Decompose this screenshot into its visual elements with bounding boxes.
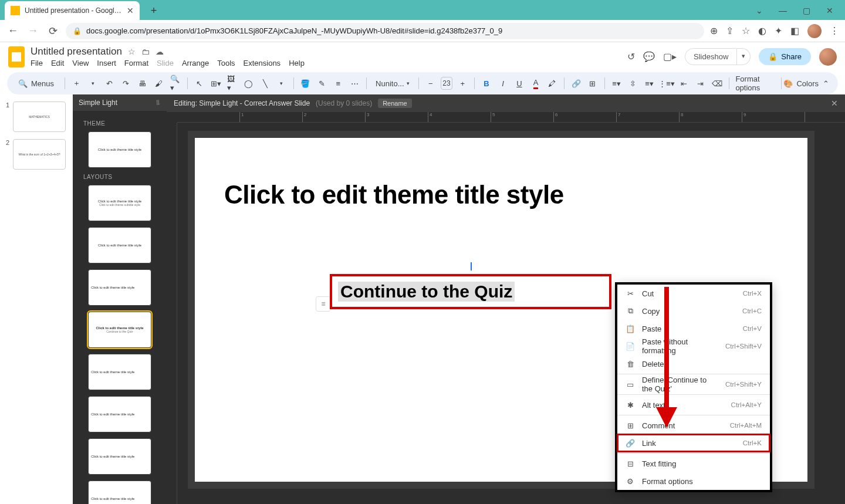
account-avatar[interactable]	[819, 48, 837, 66]
ctx-link[interactable]: 🔗 LinkCtrl+K	[617, 434, 770, 452]
minimize-icon[interactable]: —	[778, 6, 787, 15]
drag-handle-icon[interactable]: ≡	[316, 296, 331, 312]
maximize-icon[interactable]: ▢	[802, 6, 811, 15]
selected-text[interactable]: Continue to the Quiz	[338, 282, 515, 302]
document-title[interactable]: Untitled presentation	[31, 46, 122, 57]
menu-edit[interactable]: Edit	[51, 59, 64, 67]
share-url-icon[interactable]: ⇪	[726, 25, 734, 36]
close-theme-editor-icon[interactable]: ✕	[831, 99, 838, 108]
slideshow-button[interactable]: Slideshow	[685, 48, 737, 65]
forward-button[interactable]: →	[26, 24, 40, 38]
textbox-tool[interactable]: ⊞▾	[209, 76, 222, 91]
menu-view[interactable]: View	[72, 59, 89, 67]
layout-thumb[interactable]: Click to edit theme title style	[88, 438, 151, 475]
align-button[interactable]: ≡▾	[610, 76, 623, 91]
slide-thumb-2[interactable]: What is the sum of 1+2+3+4+5?	[13, 139, 66, 170]
cloud-status-icon[interactable]: ☁	[156, 47, 164, 56]
new-slide-caret[interactable]: ▾	[87, 76, 100, 91]
ctx-alt-text[interactable]: ✱ Alt textCtrl+Alt+Y	[617, 396, 770, 414]
zoom-button[interactable]: 🔍▾	[169, 76, 182, 91]
layout-thumb[interactable]: Click to edit theme title style	[88, 396, 151, 432]
rename-button[interactable]: Rename	[378, 99, 412, 108]
zoom-icon[interactable]: ⊕	[710, 25, 718, 36]
highlight-button[interactable]: 🖍	[546, 76, 559, 91]
ctx-copy[interactable]: ⧉ CopyCtrl+C	[617, 302, 770, 320]
underline-button[interactable]: U	[513, 76, 526, 91]
ctx-delete[interactable]: 🗑 Delete	[617, 355, 770, 373]
line-tool[interactable]: ╲	[259, 76, 272, 91]
outdent-button[interactable]: ⇤	[678, 76, 691, 91]
slideshow-caret[interactable]: ▾	[737, 48, 751, 65]
select-tool[interactable]: ↖	[193, 76, 206, 91]
ctx-comment[interactable]: ⊞ CommentCtrl+Alt+M	[617, 417, 770, 434]
decrease-font-button[interactable]: −	[424, 76, 437, 91]
insert-link-button[interactable]: 🔗	[570, 76, 583, 91]
image-tool[interactable]: 🖼▾	[226, 76, 239, 91]
redo-button[interactable]: ↷	[120, 76, 133, 91]
comments-icon[interactable]: 💬	[643, 51, 655, 62]
layout-thumb[interactable]: Click to edit theme title style Click to…	[88, 185, 151, 221]
layout-thumb[interactable]: Click to edit theme title style	[88, 227, 151, 263]
menu-extensions[interactable]: Extensions	[244, 59, 281, 67]
tab-close-icon[interactable]: ✕	[127, 6, 134, 15]
back-button[interactable]: ←	[6, 24, 20, 38]
new-tab-button[interactable]: +	[146, 2, 162, 19]
browser-tab[interactable]: Untitled presentation - Google Sl ✕	[5, 1, 140, 20]
profile-avatar[interactable]	[807, 24, 822, 38]
theme-master-thumb[interactable]: Click to edit theme title style	[88, 131, 151, 168]
font-size-input[interactable]: 23	[441, 77, 452, 90]
menu-file[interactable]: File	[31, 59, 43, 67]
ctx-define[interactable]: ▭ Define 'Continue to the Quiz'Ctrl+Shif…	[617, 376, 770, 393]
present-camera-icon[interactable]: ▢▸	[663, 51, 677, 62]
layout-thumb[interactable]: Click to edit theme title style	[88, 354, 151, 390]
shape-tool[interactable]: ◯	[242, 76, 255, 91]
share-button[interactable]: 🔒 Share	[759, 48, 811, 65]
theme-title-placeholder[interactable]: Click to edit theme title style	[224, 180, 564, 209]
increase-font-button[interactable]: +	[456, 76, 469, 91]
border-dash-button[interactable]: ⋯	[348, 76, 361, 91]
format-options-button[interactable]: Format options	[734, 76, 775, 91]
body-text-box[interactable]: Continue to the Quiz	[330, 274, 611, 309]
close-window-icon[interactable]: ✕	[825, 6, 834, 15]
numbered-list-button[interactable]: ≡▾	[643, 76, 656, 91]
ctx-format-options[interactable]: ⚙ Format options	[617, 472, 770, 490]
ctx-paste[interactable]: 📋 PasteCtrl+V	[617, 320, 770, 337]
bulleted-list-button[interactable]: ⋮≡▾	[660, 76, 674, 91]
indent-button[interactable]: ⇥	[694, 76, 707, 91]
menu-arrange[interactable]: Arrange	[182, 59, 209, 67]
bold-button[interactable]: B	[480, 76, 493, 91]
line-caret[interactable]: ▾	[275, 76, 288, 91]
ctx-paste-no-format[interactable]: 📄 Paste without formattingCtrl+Shift+V	[617, 337, 770, 355]
chevron-down-icon[interactable]: ⌄	[755, 6, 764, 15]
new-slide-button[interactable]: ＋	[70, 76, 83, 91]
layout-thumb-selected[interactable]: Click to edit theme title style Continue…	[88, 312, 151, 348]
italic-button[interactable]: I	[496, 76, 509, 91]
layout-thumb[interactable]: Click to edit theme title style	[88, 269, 151, 306]
menu-tools[interactable]: Tools	[217, 59, 235, 67]
insert-comment-button[interactable]: ⊞	[586, 76, 599, 91]
extension-icon[interactable]: ◐	[758, 25, 766, 36]
slide-thumb-1[interactable]: MATHEMATICS	[13, 102, 66, 132]
layout-thumb[interactable]: Click to edit theme title style	[88, 481, 151, 504]
menu-help[interactable]: Help	[289, 59, 305, 67]
colors-button[interactable]: 🎨 Colors	[786, 76, 816, 91]
slide-canvas[interactable]: Click to edit theme title style ≡ Contin…	[188, 131, 814, 489]
search-menus[interactable]: 🔍 Menus	[13, 77, 59, 90]
puzzle-icon[interactable]: ✦	[775, 25, 782, 36]
undo-button[interactable]: ↶	[103, 76, 116, 91]
ctx-text-fitting[interactable]: ⊟ Text fitting	[617, 455, 770, 472]
print-button[interactable]: 🖶	[136, 76, 149, 91]
font-family-select[interactable]: Nunito... ▾	[372, 78, 413, 89]
paint-format-button[interactable]: 🖌	[153, 76, 165, 91]
star-icon[interactable]: ☆	[128, 47, 136, 56]
theme-dropdown-icon[interactable]: ⥮	[155, 99, 161, 107]
address-bar[interactable]: 🔒 docs.google.com/presentation/d/1oPmx3O…	[66, 23, 704, 39]
history-icon[interactable]: ↺	[627, 51, 635, 62]
move-icon[interactable]: 🗀	[141, 47, 150, 56]
menu-format[interactable]: Format	[124, 59, 148, 67]
slides-logo-icon[interactable]	[8, 46, 25, 67]
border-weight-button[interactable]: ≡	[332, 76, 344, 91]
collapse-toolbar-button[interactable]: ⌃	[819, 76, 832, 91]
reload-button[interactable]: ⟳	[46, 24, 60, 38]
kebab-icon[interactable]: ⋮	[830, 25, 839, 36]
